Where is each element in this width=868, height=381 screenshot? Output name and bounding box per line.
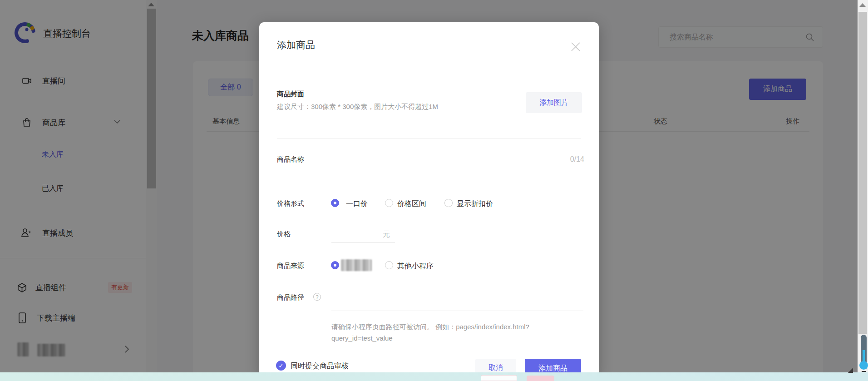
radio-fixed-price-label[interactable]: 一口价 [346, 199, 368, 209]
radio-discount-price[interactable] [444, 199, 453, 207]
review-checkbox-label: 同时提交商品审核 [291, 361, 349, 371]
radio-source-current[interactable] [331, 261, 339, 269]
name-input[interactable] [331, 163, 583, 180]
ghost-cancel-button [481, 375, 517, 381]
scroll-indicator-dash [862, 371, 866, 372]
modal-divider [277, 139, 581, 139]
review-checkbox[interactable]: ✓ [276, 361, 286, 371]
path-hint: 请确保小程序页面路径可被访问。 例如：pages/index/index.htm… [331, 321, 586, 344]
mouse-cursor [848, 368, 853, 373]
radio-source-other-label[interactable]: 其他小程序 [397, 262, 434, 271]
price-label: 价格 [277, 230, 291, 238]
source-current-label-redacted [341, 259, 372, 271]
scroll-indicator-widget[interactable] [861, 335, 867, 366]
ghost-pink-button [527, 376, 554, 381]
source-label: 商品来源 [277, 262, 304, 270]
cover-label: 商品封面 [277, 90, 304, 99]
page-scrollbar-track[interactable] [858, 0, 868, 381]
check-icon: ✓ [278, 362, 284, 369]
name-label: 商品名称 [277, 155, 304, 164]
radio-source-other[interactable] [385, 261, 393, 269]
add-image-button[interactable]: 添加图片 [526, 92, 582, 113]
modal-title: 添加商品 [277, 39, 315, 51]
name-counter: 0/14 [570, 155, 584, 163]
radio-price-range-label[interactable]: 价格区间 [397, 199, 426, 209]
radio-price-range[interactable] [385, 199, 393, 207]
price-unit: 元 [383, 230, 390, 239]
price-form-label: 价格形式 [277, 199, 304, 208]
close-icon[interactable] [569, 40, 582, 53]
add-product-modal: 添加商品 商品封面 建议尺寸：300像素 * 300像素，图片大小不得超过1M … [259, 22, 599, 376]
path-input[interactable] [331, 295, 583, 311]
screen: 直播控制台 直播间 商品库 [0, 0, 868, 381]
cover-hint: 建议尺寸：300像素 * 300像素，图片大小不得超过1M [277, 103, 438, 111]
page-scrollbar-thumb[interactable] [858, 12, 867, 334]
scroll-indicator-ball[interactable] [859, 361, 868, 370]
bottom-edge-strip [0, 372, 868, 381]
radio-fixed-price[interactable] [331, 199, 339, 207]
path-label: 商品路径 [277, 293, 304, 302]
radio-discount-price-label[interactable]: 显示折扣价 [457, 199, 493, 209]
question-icon[interactable]: ? [313, 293, 321, 301]
scroll-up-icon[interactable] [859, 3, 866, 7]
